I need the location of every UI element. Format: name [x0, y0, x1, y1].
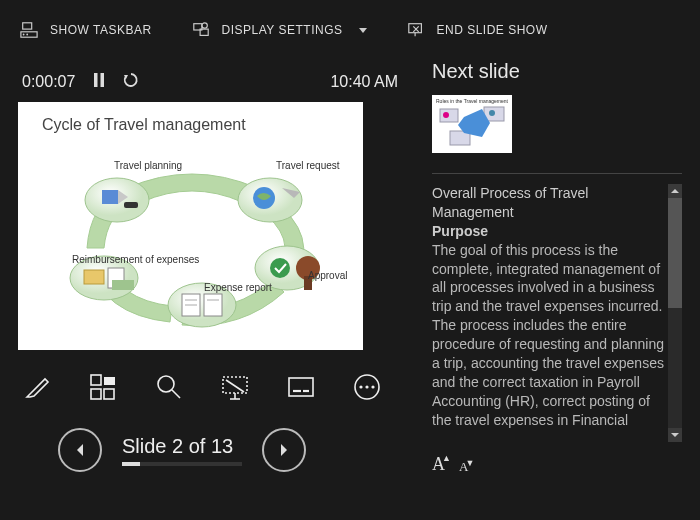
svg-rect-35: [104, 377, 115, 385]
time-bar: 0:00:07 10:40 AM: [18, 50, 402, 102]
slide-nav: Slide 2 of 13: [18, 404, 402, 472]
presenter-toolbar: SHOW TASKBAR DISPLAY SETTINGS END SLIDE …: [0, 0, 700, 50]
svg-point-38: [158, 376, 174, 392]
cycle-label-reimburse: Reimbursement of expenses: [72, 254, 199, 265]
svg-rect-40: [223, 377, 247, 393]
main-area: 0:00:07 10:40 AM Cycle of Travel managem…: [0, 50, 700, 475]
slide-progress: [122, 462, 242, 466]
svg-point-50: [371, 385, 374, 388]
svg-rect-37: [104, 389, 114, 399]
notes-scroll-thumb[interactable]: [668, 198, 682, 308]
display-settings-icon: [192, 21, 210, 39]
current-slide-preview[interactable]: Cycle of Travel management: [18, 102, 363, 350]
slide-counter[interactable]: Slide 2 of 13: [122, 435, 242, 466]
notes-font-controls: A▲ A▼: [432, 454, 682, 475]
svg-point-23: [270, 258, 290, 278]
chevron-right-icon: [276, 442, 292, 458]
svg-marker-52: [281, 444, 287, 456]
svg-point-48: [359, 385, 362, 388]
left-pane: 0:00:07 10:40 AM Cycle of Travel managem…: [18, 50, 402, 475]
svg-point-58: [489, 110, 495, 116]
elapsed-time: 0:00:07: [22, 73, 75, 91]
grid-icon: [88, 372, 118, 402]
increase-font-button[interactable]: A▲: [432, 454, 445, 475]
speaker-notes-panel: Overall Process of Travel Management Pur…: [432, 184, 682, 442]
end-slideshow-button[interactable]: END SLIDE SHOW: [407, 21, 548, 39]
cycle-label-approval: Approval: [308, 270, 347, 281]
presenter-tools: [18, 350, 402, 404]
speaker-notes: Overall Process of Travel Management Pur…: [432, 184, 682, 442]
notes-body: The goal of this process is the complete…: [432, 242, 664, 428]
magnifier-icon: [154, 372, 184, 402]
svg-line-39: [172, 390, 180, 398]
svg-rect-31: [84, 270, 104, 284]
restart-timer-button[interactable]: [123, 72, 139, 92]
cycle-diagram: [32, 150, 352, 340]
notes-subheading: Purpose: [432, 223, 488, 239]
more-icon: [352, 372, 382, 402]
svg-rect-21: [124, 202, 138, 208]
svg-rect-12: [101, 73, 105, 87]
next-slide-button[interactable]: [262, 428, 306, 472]
svg-rect-11: [94, 73, 98, 87]
cycle-label-expense: Expense report: [204, 282, 272, 293]
end-show-icon: [407, 21, 425, 39]
slide-counter-text: Slide 2 of 13: [122, 435, 242, 458]
svg-point-49: [365, 385, 368, 388]
svg-rect-34: [91, 375, 101, 385]
restart-icon: [123, 72, 139, 88]
black-screen-button[interactable]: [218, 370, 252, 404]
chevron-down-icon: [359, 28, 367, 33]
clock-time: 10:40 AM: [330, 73, 398, 91]
show-taskbar-label: SHOW TASKBAR: [50, 23, 152, 37]
notes-scroll-down-button[interactable]: [668, 428, 682, 442]
next-slide-title: Roles in the Travel management: [436, 98, 508, 104]
cycle-label-request: Travel request: [276, 160, 340, 171]
display-settings-label: DISPLAY SETTINGS: [222, 23, 343, 37]
pen-tool-button[interactable]: [20, 370, 54, 404]
svg-point-6: [201, 23, 206, 28]
chevron-left-icon: [72, 442, 88, 458]
subtitles-button[interactable]: [284, 370, 318, 404]
svg-point-2: [26, 34, 28, 36]
see-all-slides-button[interactable]: [86, 370, 120, 404]
svg-point-1: [23, 34, 25, 36]
next-slide-thumbnail[interactable]: Roles in the Travel management: [432, 95, 512, 153]
svg-point-57: [443, 112, 449, 118]
svg-rect-19: [102, 190, 118, 204]
decrease-font-button[interactable]: A▼: [459, 459, 468, 475]
slide-title: Cycle of Travel management: [42, 116, 246, 134]
show-taskbar-button[interactable]: SHOW TASKBAR: [20, 21, 152, 39]
cycle-label-planning: Travel planning: [114, 160, 182, 171]
divider: [432, 173, 682, 174]
pen-icon: [22, 372, 52, 402]
pause-button[interactable]: [93, 73, 105, 91]
more-options-button[interactable]: [350, 370, 384, 404]
svg-rect-36: [91, 389, 101, 399]
svg-rect-44: [289, 378, 313, 396]
subtitle-icon: [286, 372, 316, 402]
taskbar-icon: [20, 21, 38, 39]
next-slide-heading: Next slide: [432, 60, 682, 83]
display-settings-button[interactable]: DISPLAY SETTINGS: [192, 21, 367, 39]
svg-rect-3: [23, 23, 32, 29]
zoom-button[interactable]: [152, 370, 186, 404]
svg-rect-33: [112, 280, 134, 290]
end-slideshow-label: END SLIDE SHOW: [437, 23, 548, 37]
prev-slide-button[interactable]: [58, 428, 102, 472]
svg-rect-53: [440, 109, 458, 122]
svg-rect-27: [204, 294, 222, 316]
pause-icon: [93, 73, 105, 87]
svg-line-41: [226, 380, 244, 392]
right-pane: Next slide Roles in the Travel managemen…: [432, 50, 682, 475]
svg-marker-51: [77, 444, 83, 456]
blank-screen-icon: [220, 372, 250, 402]
notes-scroll-up-button[interactable]: [668, 184, 682, 198]
notes-heading: Overall Process of Travel Management: [432, 185, 588, 220]
